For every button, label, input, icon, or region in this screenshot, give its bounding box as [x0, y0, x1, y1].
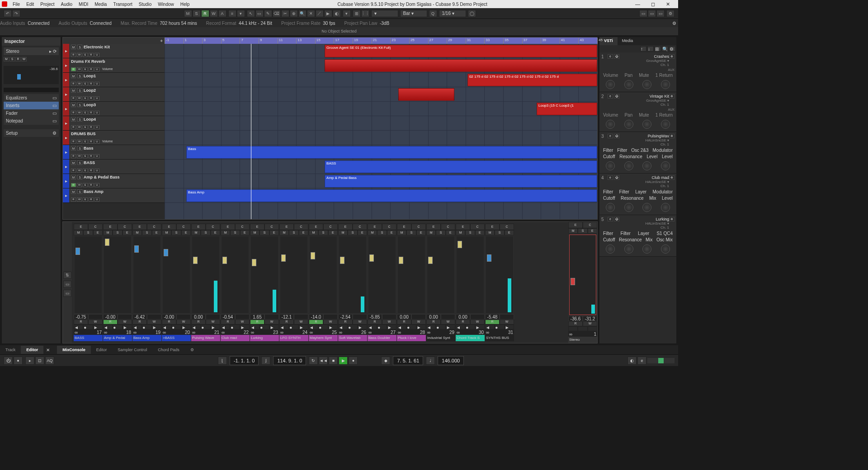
strip-fader[interactable] — [222, 236, 249, 313]
strip-read[interactable]: R — [132, 320, 147, 324]
strip-m[interactable]: M — [426, 230, 436, 235]
insp-mute[interactable]: M — [4, 57, 9, 61]
track-w[interactable]: W — [77, 53, 82, 57]
mixer-tool1[interactable]: ⇅ — [63, 272, 71, 279]
track-w[interactable]: W — [77, 125, 82, 129]
zoom-tool[interactable]: 🔍 — [298, 10, 307, 17]
track-rec[interactable]: R — [71, 111, 76, 115]
strip-c[interactable]: C — [411, 224, 426, 230]
trans-tempo-icon[interactable]: ♩ — [426, 357, 435, 365]
trans-left-loc[interactable]: ⌊ — [218, 357, 227, 365]
tab-media[interactable]: Media — [618, 37, 638, 45]
track-row[interactable]: ▸MSElectronic KitRWERU — [63, 44, 165, 58]
insp-section-equalizers[interactable]: Equalizers▭ — [4, 94, 59, 102]
track-row[interactable]: ▸MSBass AmpRWERU — [63, 188, 165, 203]
trans-pos3[interactable]: 7. 5. 1. 61 — [393, 356, 423, 365]
strip-name[interactable]: >BASS — [162, 335, 191, 341]
vsti-menu[interactable]: ⊕ — [669, 94, 675, 99]
strip-s[interactable]: S — [113, 230, 122, 235]
ruler[interactable]: -113579111315171921232527293133353739414… — [165, 38, 597, 44]
strip-s[interactable]: S — [465, 230, 475, 235]
track-solo[interactable]: S — [77, 117, 82, 122]
strip-e2[interactable]: E — [358, 230, 367, 235]
strip-fader[interactable] — [104, 236, 131, 313]
tab-gear-icon[interactable]: ⚙ — [185, 346, 199, 354]
trans-pos1[interactable]: -1. 1. 1. 0 — [230, 356, 259, 365]
track-r[interactable]: R — [89, 125, 94, 129]
track-e[interactable]: E — [83, 96, 88, 100]
glue-tool[interactable]: ⊕ — [290, 10, 298, 17]
trans-sync[interactable]: e — [637, 357, 646, 365]
track-w[interactable]: W — [77, 183, 82, 187]
strip-link[interactable]: ∞ — [427, 330, 430, 335]
track-u[interactable]: U — [94, 67, 99, 71]
track-r[interactable]: R — [89, 96, 94, 100]
strip-name[interactable]: Lurking — [250, 335, 279, 341]
strip-link[interactable]: ∞ — [398, 330, 401, 335]
insp-section-inserts[interactable]: Inserts▭ — [4, 102, 59, 109]
track-e[interactable]: E — [83, 183, 88, 187]
track-mute[interactable]: M — [71, 175, 76, 179]
track-w[interactable]: W — [77, 82, 82, 86]
strip-read[interactable]: R — [221, 320, 235, 324]
track-rec[interactable]: R — [71, 169, 76, 173]
strip-m[interactable]: M — [485, 230, 495, 235]
track-rec[interactable]: R — [71, 154, 76, 158]
strip-e1[interactable]: E — [397, 224, 411, 230]
strip-b3[interactable]: ► — [181, 324, 191, 329]
fader-handle[interactable] — [428, 257, 433, 264]
strip-read[interactable]: R — [250, 320, 264, 324]
track-solo[interactable]: S — [77, 146, 82, 150]
track-rec[interactable]: R — [71, 125, 76, 129]
strip-fader[interactable] — [251, 236, 278, 313]
tab-track[interactable]: Track — [0, 346, 21, 354]
vsti-knob[interactable] — [606, 203, 615, 212]
strip-e2[interactable]: E — [328, 230, 338, 235]
master-write[interactable]: W — [583, 321, 597, 326]
track-r[interactable]: R — [89, 140, 94, 144]
rp-search-icon[interactable]: 🔍 — [662, 46, 668, 52]
strip-e2[interactable]: E — [387, 230, 396, 235]
track-u[interactable]: U — [94, 197, 99, 202]
trans-stop[interactable]: ■ — [329, 357, 338, 365]
layout1-button[interactable]: ▭ — [639, 10, 647, 17]
trans-click[interactable]: ◐ — [627, 357, 637, 365]
menu-audio[interactable]: Audio — [58, 1, 75, 8]
strip-s[interactable]: S — [436, 230, 445, 235]
track-w[interactable]: W — [77, 67, 82, 71]
strip-read[interactable]: R — [456, 320, 470, 324]
fader-handle[interactable] — [193, 257, 198, 264]
strip-link[interactable]: ∞ — [486, 330, 489, 335]
strip-b3[interactable]: ► — [416, 324, 426, 329]
vsti-power[interactable]: ⏻ — [614, 217, 619, 221]
strip-e2[interactable]: E — [152, 230, 161, 235]
strip-write[interactable]: W — [88, 320, 103, 324]
track-w[interactable]: W — [77, 140, 82, 144]
track-r[interactable]: R — [89, 82, 94, 86]
strip-link[interactable]: ∞ — [368, 330, 372, 335]
arrow-tool[interactable]: ↖ — [247, 10, 255, 17]
strip-b2[interactable]: ● — [495, 324, 504, 329]
strip-c[interactable]: C — [323, 224, 338, 230]
vsti-knob[interactable] — [624, 120, 633, 129]
strip-b1[interactable]: ◄ — [368, 324, 377, 329]
strip-b1[interactable]: ◄ — [191, 324, 201, 329]
track-mute[interactable]: M — [71, 160, 76, 165]
clip[interactable]: Bass — [186, 146, 597, 159]
vsti-knob[interactable] — [606, 120, 615, 129]
strip-e2[interactable]: E — [269, 230, 279, 235]
fader-handle[interactable] — [487, 254, 491, 262]
track-row[interactable]: ▸MSLoop4RWERU — [63, 116, 165, 131]
strip-b3[interactable]: ► — [269, 324, 279, 329]
strip-s[interactable]: S — [495, 230, 504, 235]
strip-b1[interactable]: ◄ — [279, 324, 289, 329]
strip-m[interactable]: M — [456, 230, 465, 235]
strip-read[interactable]: R — [279, 320, 294, 324]
track-e[interactable]: E — [83, 154, 88, 158]
snap-toggle[interactable]: ⊞ — [353, 10, 361, 17]
strip-b2[interactable]: ● — [406, 324, 416, 329]
trans-right-loc[interactable]: ⌋ — [261, 357, 270, 365]
strip-e2[interactable]: E — [299, 230, 308, 235]
clip[interactable]: Bass Amp — [186, 189, 597, 202]
track-row[interactable]: ▸MSBassRWERU — [63, 145, 165, 160]
